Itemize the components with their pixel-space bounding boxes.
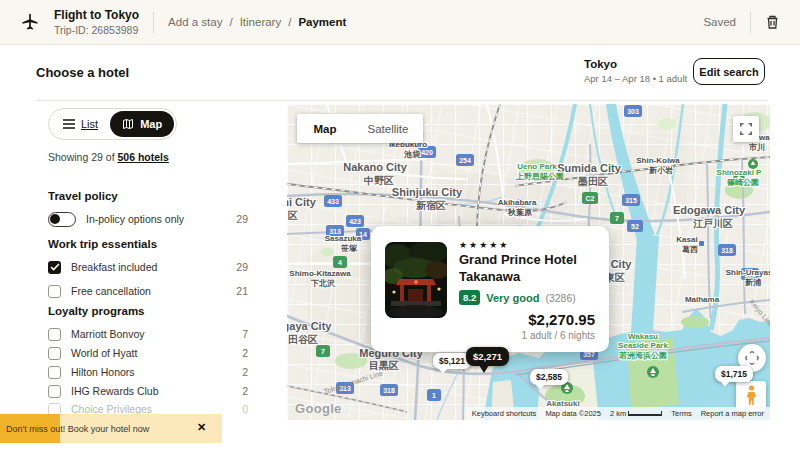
breadcrumb-add-stay[interactable]: Add a stay: [168, 16, 222, 28]
top-bar: Flight to Tokyo Trip-ID: 26853989 Add a …: [0, 0, 800, 45]
svg-text:315: 315: [625, 197, 637, 204]
filter-row-marriott[interactable]: Marriott Bonvoy 7: [48, 326, 248, 342]
svg-text:C2: C2: [586, 195, 595, 202]
price-pin[interactable]: $2,585: [530, 369, 568, 385]
breadcrumb-payment[interactable]: Payment: [298, 16, 346, 28]
map-label-nakano: Nakano City: [343, 161, 407, 173]
filter-count: 29: [236, 261, 248, 273]
breadcrumb-itinerary[interactable]: Itinerary: [240, 16, 282, 28]
map-label-shinurayasu-jp: 新浦: [745, 277, 761, 288]
map-label-ichikawa-jp: 市川: [749, 142, 765, 153]
map-type-map-button[interactable]: Map: [297, 114, 353, 143]
map-label-suginami-jp: 区: [288, 209, 298, 223]
filter-row-hilton[interactable]: Hilton Honors 2: [48, 364, 248, 380]
svg-text:254: 254: [459, 157, 471, 164]
list-label: List: [81, 118, 98, 130]
trip-title: Flight to Tokyo: [54, 8, 139, 22]
map-label-edogawa: Edogawa City: [673, 204, 745, 216]
scale-bar: [628, 411, 662, 416]
checkbox-unchecked[interactable]: [48, 328, 61, 341]
list-view-button[interactable]: List: [51, 111, 110, 137]
search-destination: Tokyo: [584, 58, 617, 70]
price-pin[interactable]: $1,715: [715, 366, 753, 382]
map-label-maihama: Maihama: [685, 295, 719, 304]
map-label-shimokitazawa-jp: 下北沢: [311, 278, 335, 289]
checkbox-unchecked[interactable]: [48, 366, 61, 379]
svg-text:318: 318: [721, 247, 733, 254]
divider: [153, 11, 154, 33]
map-label-shinurayasu: Shin-Urayas: [726, 268, 770, 277]
breadcrumb: Add a stay / Itinerary / Payment: [168, 16, 346, 28]
filter-count: 2: [242, 366, 248, 378]
map-label-sumida: Sumida City: [557, 162, 621, 174]
in-policy-toggle-row[interactable]: In-policy options only 29: [48, 211, 248, 227]
keyboard-shortcuts-link[interactable]: Keyboard shortcuts: [472, 409, 537, 418]
svg-text:4: 4: [338, 259, 342, 266]
map-label-ikebukuro-jp: 池袋: [404, 149, 420, 160]
map-label-suginami: ni City: [287, 196, 316, 208]
scale-label: 2 km: [610, 409, 626, 418]
travel-policy-heading: Travel policy: [48, 190, 118, 202]
map-label-meguro-jp: 目黒区: [369, 359, 399, 373]
checkbox-unchecked[interactable]: [48, 347, 61, 360]
filter-row-ihg[interactable]: IHG Rewards Club 2: [48, 383, 248, 399]
filter-row-cancellation[interactable]: Free cancellation 21: [48, 283, 248, 299]
map-label-wakasu-1: Wakasu: [628, 332, 658, 341]
essentials-heading: Work trip essentials: [48, 238, 157, 250]
price-pin-selected[interactable]: $2,271: [466, 347, 509, 366]
map-view-button[interactable]: Map: [110, 111, 174, 137]
promo-banner-text: Don't miss out! Book your hotel now: [6, 424, 149, 434]
results-count-link[interactable]: 506 hotels: [117, 151, 168, 163]
map-label-shinkoiwa: Shin-Koiwa: [636, 156, 680, 165]
svg-text:318: 318: [383, 387, 395, 394]
google-logo: Google: [295, 401, 342, 416]
map-canvas[interactable]: 420 254 433 423 14 313 4 7 313 318 1 C2 …: [287, 104, 770, 420]
map-label-kasai-jp: 葛西: [682, 244, 698, 255]
report-error-link[interactable]: Report a map error: [701, 409, 764, 418]
filter-count: 21: [236, 285, 248, 297]
checkbox-unchecked[interactable]: [48, 285, 61, 298]
results-count-text: Showing 29 of: [48, 151, 117, 163]
map-type-satellite-button[interactable]: Satellite: [353, 114, 423, 143]
in-policy-label: In-policy options only: [86, 213, 184, 225]
trash-icon[interactable]: [765, 14, 780, 30]
list-icon: [63, 119, 75, 129]
divider: [750, 11, 751, 33]
filter-row-hyatt[interactable]: World of Hyatt 2: [48, 345, 248, 361]
map-label-shinjuku: Shinjuku City: [392, 186, 462, 198]
rating-badge: 8.2: [459, 290, 480, 305]
breadcrumb-sep: /: [288, 16, 291, 28]
fullscreen-button[interactable]: [733, 116, 759, 142]
map-label-sasazuka: Sasazuka: [325, 234, 361, 243]
svg-text:423: 423: [349, 218, 361, 225]
hotel-card[interactable]: ★★★★★ Grand Prince Hotel Takanawa 8.2 Ve…: [371, 226, 609, 352]
map-label-setagaya-jp: 田谷区: [288, 333, 318, 347]
terms-link[interactable]: Terms: [671, 409, 691, 418]
in-policy-toggle[interactable]: [48, 212, 76, 227]
checkbox-unchecked[interactable]: [48, 385, 61, 398]
filter-count: 2: [242, 347, 248, 359]
hotel-photo: [385, 242, 447, 318]
map-label-akihabara-jp: 秋葉原: [508, 207, 532, 218]
loyalty-heading: Loyalty programs: [48, 305, 145, 317]
page-title: Choose a hotel: [36, 65, 129, 80]
banner-close-icon[interactable]: ✕: [197, 421, 206, 434]
map-label-ueno-park: Ueno Park: [517, 162, 557, 171]
promo-banner: Don't miss out! Book your hotel now ✕: [0, 414, 222, 443]
map-label-shinkoiwa-jp: 新小岩: [649, 165, 673, 176]
trip-id: Trip-ID: 26853989: [54, 24, 139, 36]
map-label-edogawa-jp: 江戸川区: [693, 217, 733, 231]
star-rating: ★★★★★: [459, 240, 509, 250]
map-label-sumida-jp: 墨田区: [578, 175, 608, 189]
svg-text:433: 433: [327, 198, 339, 205]
filter-row-breakfast[interactable]: Breakfast included 29: [48, 259, 248, 275]
map-label-kasai: Kasai: [676, 235, 697, 244]
divider: [36, 100, 768, 101]
map-label-shinjuku-jp: 新宿区: [416, 199, 446, 213]
edit-search-button[interactable]: Edit search: [693, 58, 765, 85]
view-toggle: List Map: [48, 108, 177, 140]
checkbox-checked[interactable]: [48, 261, 61, 274]
map-label-setagaya: gaya City: [287, 320, 331, 332]
search-dates: Apr 14 – Apr 18 • 1 adult: [584, 73, 687, 84]
rating-label: Very good: [486, 292, 539, 304]
